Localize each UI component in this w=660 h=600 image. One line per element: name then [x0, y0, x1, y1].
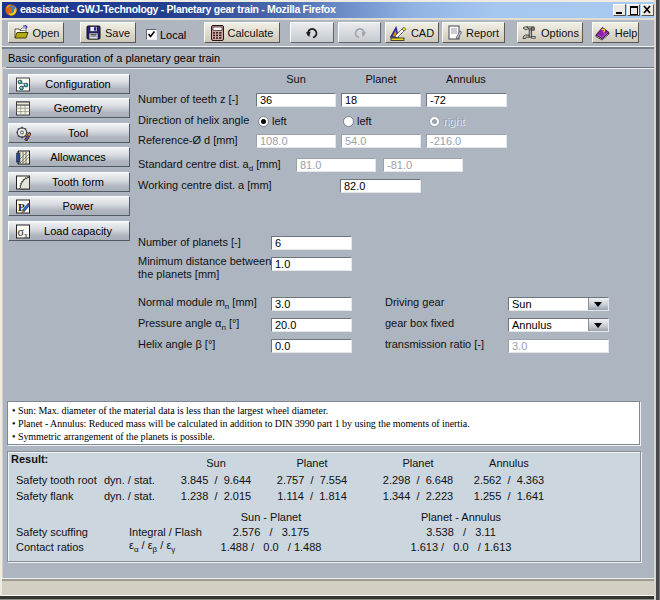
svg-text:x: x: [24, 231, 28, 239]
